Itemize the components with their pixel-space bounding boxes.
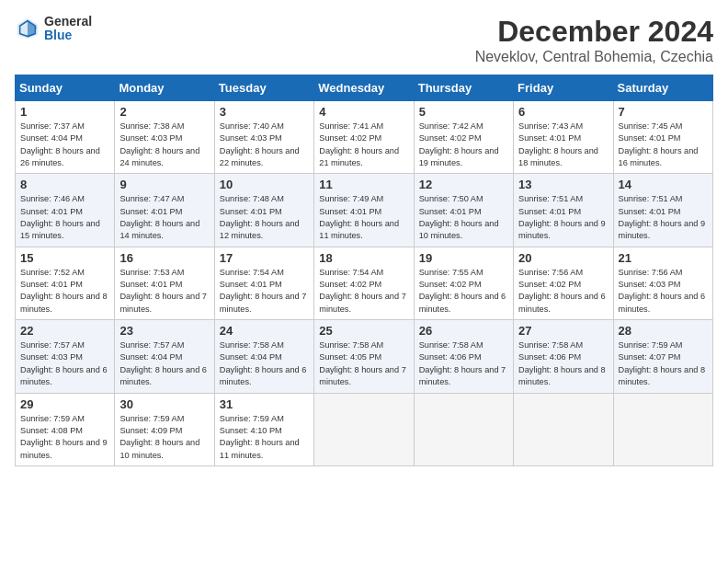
day-number: 25 (319, 324, 408, 338)
day-info: Sunrise: 7:57 AMSunset: 4:04 PMDaylight:… (119, 340, 207, 386)
table-row: 17 Sunrise: 7:54 AMSunset: 4:01 PMDaylig… (214, 247, 313, 319)
day-number: 26 (419, 324, 508, 338)
month-title: December 2024 (475, 15, 713, 49)
table-row (613, 393, 712, 465)
col-thursday: Thursday (414, 75, 513, 101)
day-info: Sunrise: 7:59 AMSunset: 4:07 PMDaylight:… (619, 340, 706, 386)
day-info: Sunrise: 7:40 AMSunset: 4:03 PMDaylight:… (220, 121, 300, 167)
day-number: 10 (220, 178, 309, 191)
day-info: Sunrise: 7:50 AMSunset: 4:01 PMDaylight:… (419, 194, 499, 240)
calendar-row: 8 Sunrise: 7:46 AMSunset: 4:01 PMDayligh… (16, 174, 713, 247)
table-row: 29 Sunrise: 7:59 AMSunset: 4:08 PMDaylig… (16, 393, 115, 465)
day-number: 12 (419, 178, 508, 191)
day-number: 3 (220, 105, 309, 119)
table-row: 28 Sunrise: 7:59 AMSunset: 4:07 PMDaylig… (613, 320, 712, 393)
day-number: 13 (518, 178, 608, 191)
logo-blue: Blue (44, 29, 92, 42)
day-info: Sunrise: 7:42 AMSunset: 4:02 PMDaylight:… (419, 121, 499, 167)
day-info: Sunrise: 7:57 AMSunset: 4:03 PMDaylight:… (20, 340, 108, 386)
day-info: Sunrise: 7:46 AMSunset: 4:01 PMDaylight:… (20, 194, 100, 240)
day-number: 31 (220, 397, 309, 411)
table-row: 31 Sunrise: 7:59 AMSunset: 4:10 PMDaylig… (214, 393, 313, 465)
table-row: 26 Sunrise: 7:58 AMSunset: 4:06 PMDaylig… (414, 320, 513, 393)
table-row: 21 Sunrise: 7:56 AMSunset: 4:03 PMDaylig… (613, 247, 712, 319)
day-number: 27 (518, 324, 608, 338)
logo: General Blue (15, 15, 92, 43)
logo-general: General (44, 15, 92, 29)
day-info: Sunrise: 7:52 AMSunset: 4:01 PMDaylight:… (20, 268, 108, 314)
day-info: Sunrise: 7:51 AMSunset: 4:01 PMDaylight:… (619, 194, 706, 240)
day-info: Sunrise: 7:58 AMSunset: 4:06 PMDaylight:… (419, 340, 506, 386)
page-header: General Blue December 2024 Neveklov, Cen… (15, 15, 713, 65)
day-number: 5 (419, 105, 508, 119)
day-info: Sunrise: 7:55 AMSunset: 4:02 PMDaylight:… (419, 268, 506, 314)
table-row: 8 Sunrise: 7:46 AMSunset: 4:01 PMDayligh… (16, 174, 115, 247)
day-number: 22 (20, 324, 109, 338)
day-number: 18 (319, 251, 408, 265)
table-row: 9 Sunrise: 7:47 AMSunset: 4:01 PMDayligh… (115, 174, 214, 247)
day-number: 9 (119, 178, 209, 191)
day-number: 30 (119, 397, 209, 411)
day-number: 17 (220, 251, 309, 265)
day-number: 23 (119, 324, 209, 338)
day-number: 24 (220, 324, 309, 338)
table-row: 2 Sunrise: 7:38 AMSunset: 4:03 PMDayligh… (115, 101, 214, 174)
day-info: Sunrise: 7:59 AMSunset: 4:10 PMDaylight:… (220, 414, 300, 460)
day-number: 6 (518, 105, 608, 119)
calendar-row: 15 Sunrise: 7:52 AMSunset: 4:01 PMDaylig… (16, 247, 713, 319)
logo-icon (15, 16, 40, 41)
day-info: Sunrise: 7:47 AMSunset: 4:01 PMDaylight:… (119, 194, 199, 240)
table-row: 14 Sunrise: 7:51 AMSunset: 4:01 PMDaylig… (613, 174, 712, 247)
table-row: 27 Sunrise: 7:58 AMSunset: 4:06 PMDaylig… (514, 320, 613, 393)
table-row: 22 Sunrise: 7:57 AMSunset: 4:03 PMDaylig… (16, 320, 115, 393)
table-row (414, 393, 513, 465)
table-row (514, 393, 613, 465)
table-row: 3 Sunrise: 7:40 AMSunset: 4:03 PMDayligh… (214, 101, 313, 174)
day-number: 1 (20, 105, 109, 119)
day-number: 21 (619, 251, 708, 265)
day-info: Sunrise: 7:59 AMSunset: 4:08 PMDaylight:… (20, 414, 108, 460)
day-number: 20 (518, 251, 608, 265)
table-row: 10 Sunrise: 7:48 AMSunset: 4:01 PMDaylig… (214, 174, 313, 247)
day-number: 16 (119, 251, 209, 265)
day-info: Sunrise: 7:45 AMSunset: 4:01 PMDaylight:… (619, 121, 699, 167)
title-area: December 2024 Neveklov, Central Bohemia,… (475, 15, 713, 65)
col-tuesday: Tuesday (214, 75, 313, 101)
day-number: 11 (319, 178, 408, 191)
day-info: Sunrise: 7:53 AMSunset: 4:01 PMDaylight:… (119, 268, 207, 314)
table-row: 12 Sunrise: 7:50 AMSunset: 4:01 PMDaylig… (414, 174, 513, 247)
table-row: 15 Sunrise: 7:52 AMSunset: 4:01 PMDaylig… (16, 247, 115, 319)
col-saturday: Saturday (613, 75, 712, 101)
day-info: Sunrise: 7:56 AMSunset: 4:02 PMDaylight:… (518, 268, 606, 314)
header-row: Sunday Monday Tuesday Wednesday Thursday… (16, 75, 713, 101)
table-row: 1 Sunrise: 7:37 AMSunset: 4:04 PMDayligh… (16, 101, 115, 174)
table-row: 6 Sunrise: 7:43 AMSunset: 4:01 PMDayligh… (514, 101, 613, 174)
location-subtitle: Neveklov, Central Bohemia, Czechia (475, 49, 713, 65)
day-number: 28 (619, 324, 708, 338)
table-row: 4 Sunrise: 7:41 AMSunset: 4:02 PMDayligh… (314, 101, 414, 174)
table-row: 30 Sunrise: 7:59 AMSunset: 4:09 PMDaylig… (115, 393, 214, 465)
day-info: Sunrise: 7:56 AMSunset: 4:03 PMDaylight:… (619, 268, 706, 314)
day-info: Sunrise: 7:58 AMSunset: 4:06 PMDaylight:… (518, 340, 606, 386)
table-row: 18 Sunrise: 7:54 AMSunset: 4:02 PMDaylig… (314, 247, 414, 319)
table-row: 7 Sunrise: 7:45 AMSunset: 4:01 PMDayligh… (613, 101, 712, 174)
day-info: Sunrise: 7:49 AMSunset: 4:01 PMDaylight:… (319, 194, 399, 240)
day-info: Sunrise: 7:41 AMSunset: 4:02 PMDaylight:… (319, 121, 399, 167)
day-info: Sunrise: 7:58 AMSunset: 4:05 PMDaylight:… (319, 340, 406, 386)
day-info: Sunrise: 7:48 AMSunset: 4:01 PMDaylight:… (220, 194, 300, 240)
logo-text: General Blue (44, 15, 92, 43)
day-number: 29 (20, 397, 109, 411)
day-info: Sunrise: 7:54 AMSunset: 4:01 PMDaylight:… (220, 268, 307, 314)
day-number: 19 (419, 251, 508, 265)
calendar-row: 29 Sunrise: 7:59 AMSunset: 4:08 PMDaylig… (16, 393, 713, 465)
table-row (314, 393, 414, 465)
day-info: Sunrise: 7:43 AMSunset: 4:01 PMDaylight:… (518, 121, 598, 167)
calendar-table: Sunday Monday Tuesday Wednesday Thursday… (15, 75, 713, 466)
table-row: 24 Sunrise: 7:58 AMSunset: 4:04 PMDaylig… (214, 320, 313, 393)
day-info: Sunrise: 7:38 AMSunset: 4:03 PMDaylight:… (119, 121, 199, 167)
day-info: Sunrise: 7:54 AMSunset: 4:02 PMDaylight:… (319, 268, 406, 314)
day-info: Sunrise: 7:59 AMSunset: 4:09 PMDaylight:… (119, 414, 199, 460)
table-row: 20 Sunrise: 7:56 AMSunset: 4:02 PMDaylig… (514, 247, 613, 319)
table-row: 19 Sunrise: 7:55 AMSunset: 4:02 PMDaylig… (414, 247, 513, 319)
table-row: 16 Sunrise: 7:53 AMSunset: 4:01 PMDaylig… (115, 247, 214, 319)
